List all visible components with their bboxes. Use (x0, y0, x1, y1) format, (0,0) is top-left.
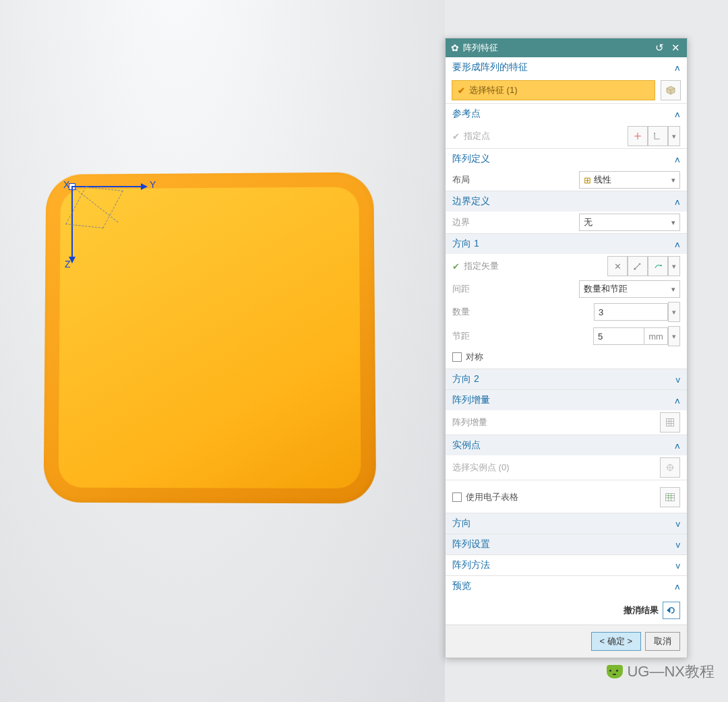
check-icon: ✔ (458, 86, 465, 96)
check-icon: ✔ (452, 261, 460, 272)
expand-icon[interactable]: v (676, 375, 681, 385)
check-icon: ✔ (452, 131, 460, 141)
collapse-icon[interactable]: ʌ (675, 239, 680, 249)
vector-dropdown[interactable]: ▾ (668, 256, 680, 276)
pitch-unit[interactable]: mm (644, 327, 668, 345)
spreadsheet-button[interactable] (660, 487, 680, 507)
coordinate-system[interactable]: X Y Z (55, 179, 143, 267)
section-direction-2[interactable]: 方向 2 v (446, 369, 687, 389)
dialog-title: 阵列特征 (463, 42, 498, 54)
axis-z-label: Z (65, 259, 71, 269)
instance-point-button[interactable] (660, 457, 680, 478)
use-spreadsheet-checkbox[interactable] (452, 492, 462, 502)
section-features-to-pattern[interactable]: 要形成阵列的特征 ʌ (446, 57, 687, 77)
symmetric-checkbox[interactable] (452, 352, 462, 362)
select-feature-row[interactable]: ✔ 选择特征 (1) (452, 80, 655, 100)
svg-point-9 (634, 268, 636, 270)
reverse-direction-button[interactable]: ✕ (607, 256, 628, 276)
boundary-select[interactable]: 无 ▾ (579, 214, 680, 231)
watermark: UG—NX教程 (607, 662, 715, 682)
symmetric-label: 对称 (466, 351, 483, 363)
section-direction-1[interactable]: 方向 1 ʌ (446, 233, 687, 254)
pip-2[interactable] (189, 312, 262, 379)
spacing-label: 间距 (452, 283, 560, 295)
undo-result-label: 撤消结果 (624, 604, 659, 616)
inferred-vector-button[interactable] (648, 256, 668, 276)
collapse-icon[interactable]: ʌ (675, 581, 680, 592)
collapse-icon[interactable]: ʌ (675, 395, 680, 406)
count-dropdown[interactable]: ▾ (668, 302, 680, 322)
chevron-down-icon: ▾ (671, 176, 675, 185)
layout-label: 布局 (452, 174, 560, 186)
pitch-dropdown[interactable]: ▾ (668, 326, 680, 346)
specify-point-label: 指定点 (464, 130, 572, 142)
svg-line-7 (635, 264, 640, 269)
pattern-feature-dialog: ✿ 阵列特征 ↺ ✕ 要形成阵列的特征 ʌ ✔ 选择特征 (1) 参考点 ʌ ✔… (445, 38, 688, 658)
linear-icon: ⊞ (584, 175, 591, 185)
section-pattern-definition[interactable]: 阵列定义 ʌ (446, 148, 687, 169)
point-dialog-button[interactable] (628, 126, 648, 146)
svg-rect-19 (666, 493, 675, 501)
watermark-text: UG—NX教程 (627, 662, 715, 682)
wechat-icon (607, 665, 623, 678)
chevron-down-icon: ▾ (671, 285, 675, 294)
select-instance-points-label: 选择实例点 (0) (452, 461, 560, 474)
3d-viewport[interactable]: X Y Z (0, 0, 445, 702)
collapse-icon[interactable]: ʌ (675, 197, 680, 207)
ok-button[interactable]: < 确定 > (591, 632, 641, 651)
section-pattern-method[interactable]: 阵列方法 v (446, 554, 687, 575)
expand-icon[interactable]: v (676, 519, 681, 529)
dialog-footer: < 确定 > 取消 (446, 625, 687, 658)
use-spreadsheet-label: 使用电子表格 (466, 491, 518, 503)
expand-icon[interactable]: v (676, 540, 681, 550)
section-pattern-increment[interactable]: 阵列增量 ʌ (446, 389, 687, 410)
spacing-select[interactable]: 数量和节距 ▾ (579, 280, 680, 298)
section-boundary-definition[interactable]: 边界定义 ʌ (446, 191, 687, 212)
pip-3[interactable] (260, 377, 333, 445)
expand-icon[interactable]: v (676, 561, 681, 571)
boundary-label: 边界 (452, 216, 560, 228)
layout-select[interactable]: ⊞线性 ▾ (579, 171, 680, 189)
collapse-icon[interactable]: ʌ (675, 109, 680, 119)
count-input[interactable]: 3 (594, 303, 668, 321)
axis-x-label: X (63, 179, 69, 190)
undo-result-button[interactable] (663, 602, 680, 619)
pattern-increment-label: 阵列增量 (452, 416, 560, 428)
svg-rect-11 (666, 418, 673, 426)
reset-icon[interactable]: ↺ (653, 42, 665, 54)
collapse-icon[interactable]: ʌ (675, 154, 680, 164)
cancel-button[interactable]: 取消 (645, 632, 680, 651)
section-reference-point[interactable]: 参考点 ʌ (446, 103, 687, 124)
collapse-icon[interactable]: ʌ (675, 63, 680, 73)
section-pattern-settings[interactable]: 阵列设置 v (446, 534, 687, 554)
inferred-point-button[interactable] (648, 126, 668, 146)
dialog-titlebar[interactable]: ✿ 阵列特征 ↺ ✕ (446, 38, 687, 57)
svg-point-6 (654, 133, 655, 134)
count-label: 数量 (452, 306, 560, 318)
svg-marker-24 (667, 609, 669, 612)
vector-dialog-button[interactable] (628, 256, 648, 276)
axis-y-label: Y (150, 179, 156, 190)
section-instance-points[interactable]: 实例点 ʌ (446, 435, 687, 455)
gear-icon: ✿ (451, 42, 459, 53)
specify-vector-label: 指定矢量 (464, 260, 558, 272)
pattern-increment-button[interactable] (660, 412, 680, 433)
section-orientation[interactable]: 方向 v (446, 513, 687, 534)
pitch-input[interactable]: 5 (593, 327, 644, 345)
feature-picker-button[interactable] (661, 80, 681, 100)
point-dropdown[interactable]: ▾ (668, 126, 680, 146)
collapse-icon[interactable]: ʌ (675, 441, 680, 451)
close-icon[interactable]: ✕ (669, 42, 681, 54)
chevron-down-icon: ▾ (671, 218, 675, 227)
pitch-label: 节距 (452, 330, 560, 342)
section-preview[interactable]: 预览 ʌ (446, 575, 687, 596)
